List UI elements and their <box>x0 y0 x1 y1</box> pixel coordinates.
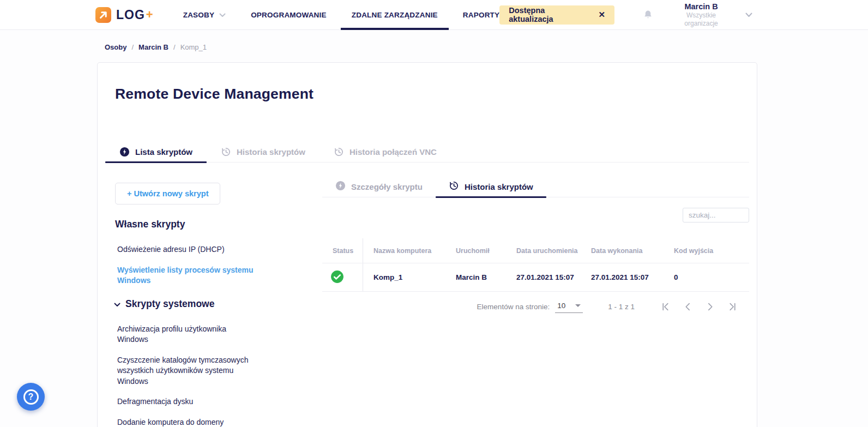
select-arrow-icon <box>575 304 581 307</box>
table-header-row: Status Nazwa komputera Uruchomił Data ur… <box>322 238 749 263</box>
nav-item-label: RAPORTY <box>463 11 499 19</box>
tab-szczegoly-skryptu[interactable]: Szczegóły skryptu <box>322 176 436 197</box>
script-item[interactable]: Defragmentacja dysku <box>117 396 258 407</box>
page-title: Remote Device Management <box>115 86 757 103</box>
nav-item-label: ZASOBY <box>183 11 214 19</box>
own-scripts-heading: Własne skrypty <box>115 219 258 230</box>
first-page-icon[interactable] <box>661 302 670 311</box>
system-scripts-heading[interactable]: Skrypty systemowe <box>114 298 258 310</box>
main-nav: ZASOBY OPROGRAMOWANIE ZDALNE ZARZĄDZANIE… <box>183 0 500 30</box>
script-bolt-icon <box>335 181 346 193</box>
update-banner-text: Dostępna aktualizacja <box>509 6 583 23</box>
nav-item-zdalne-zarzadzanie[interactable]: ZDALNE ZARZĄDZANIE <box>352 0 438 30</box>
script-item-selected[interactable]: Wyświetlenie listy procesów systemu Wind… <box>117 265 258 286</box>
breadcrumb-current: Komp_1 <box>180 43 207 51</box>
computer-cell: Komp_1 <box>363 273 445 281</box>
chevron-down-icon <box>114 298 120 310</box>
scripts-panel: + Utwórz nowy skrypt Własne skrypty Odśw… <box>115 183 258 427</box>
app-logo[interactable]: LOG + <box>95 7 153 23</box>
column-computer: Nazwa komputera <box>363 247 445 255</box>
items-per-page-label: Elementów na stronie: <box>477 303 550 311</box>
column-ran-by: Uruchomił <box>445 247 506 255</box>
help-button[interactable]: ? <box>17 383 45 411</box>
column-exec-date: Data wykonania <box>581 247 664 255</box>
ran-by-cell: Marcin B <box>445 273 506 281</box>
chevron-down-icon <box>219 11 226 19</box>
script-item[interactable]: Czyszczenie katalogów tymczasowych wszys… <box>117 355 258 387</box>
last-page-icon[interactable] <box>728 302 737 311</box>
script-item[interactable]: Dodanie komputera do domeny <box>117 417 258 427</box>
user-menu[interactable]: Marcin B Wszystkie organizacje <box>671 2 731 28</box>
user-name: Marcin B <box>671 2 731 11</box>
items-per-page-select[interactable]: 10 <box>555 300 583 313</box>
tab-label: Lista skryptów <box>135 147 192 157</box>
history-clock-icon <box>334 147 344 157</box>
start-date-cell: 27.01.2021 15:07 <box>506 273 581 281</box>
main-card: Remote Device Management Lista skryptów … <box>97 62 757 427</box>
success-check-icon <box>330 270 344 285</box>
nav-item-zasoby[interactable]: ZASOBY <box>183 0 226 30</box>
breadcrumb: Osoby / Marcin B / Komp_1 <box>105 43 868 51</box>
nav-item-label: OPROGRAMOWANIE <box>251 11 327 19</box>
next-page-icon[interactable] <box>706 302 715 311</box>
breadcrumb-osoby[interactable]: Osoby <box>105 43 126 51</box>
search-row <box>322 197 749 238</box>
tab-label: Historia skryptów <box>465 182 533 191</box>
content-area: + Utwórz nowy skrypt Własne skrypty Odśw… <box>98 183 757 427</box>
script-bolt-icon <box>119 147 130 157</box>
logo-text: LOG <box>116 8 145 22</box>
detail-tabs: Szczegóły skryptu Historia skryptów <box>322 176 749 197</box>
system-scripts-heading-label: Skrypty systemowe <box>125 298 214 310</box>
notifications-bell-icon[interactable] <box>643 9 653 20</box>
column-exit-code: Kod wyjścia <box>664 247 749 255</box>
script-detail-panel: Szczegóły skryptu Historia skryptów Stat… <box>322 176 749 427</box>
tab-label: Historia skryptów <box>237 147 305 157</box>
tab-label: Szczegóły skryptu <box>351 182 423 191</box>
nav-item-raporty[interactable]: RAPORTY <box>463 0 499 30</box>
search-input[interactable] <box>683 208 749 222</box>
tab-label: Historia połączeń VNC <box>349 147 437 157</box>
breadcrumb-separator: / <box>131 43 134 51</box>
nav-item-oprogramowanie[interactable]: OPROGRAMOWANIE <box>251 0 327 30</box>
column-start-date: Data uruchomienia <box>506 247 581 255</box>
items-per-page-value: 10 <box>557 302 565 310</box>
logo-arrow-icon <box>95 7 111 23</box>
pagination: Elementów na stronie: 10 1 - 1 z 1 <box>322 298 749 315</box>
update-banner[interactable]: Dostępna aktualizacja ✕ <box>499 5 614 25</box>
tab-historia-skryptow[interactable]: Historia skryptów <box>207 142 320 162</box>
breadcrumb-separator: / <box>173 43 176 51</box>
top-bar: LOG + ZASOBY OPROGRAMOWANIE ZDALNE ZARZĄ… <box>0 0 868 30</box>
history-clock-icon <box>449 181 459 193</box>
logo-plus: + <box>146 8 153 22</box>
previous-page-icon[interactable] <box>683 302 692 311</box>
tab-historia-polaczen-vnc[interactable]: Historia połączeń VNC <box>320 142 451 162</box>
pager-buttons <box>661 302 737 311</box>
breadcrumb-marcin-b[interactable]: Marcin B <box>138 43 168 51</box>
create-script-button[interactable]: + Utwórz nowy skrypt <box>115 183 220 205</box>
own-scripts-heading-label: Własne skrypty <box>115 219 185 230</box>
exec-date-cell: 27.01.2021 15:07 <box>581 273 664 281</box>
script-item[interactable]: Odświeżenie adresu IP (DHCP) <box>117 244 258 255</box>
tab-lista-skryptow[interactable]: Lista skryptów <box>105 142 207 162</box>
nav-item-label: ZDALNE ZARZĄDZANIE <box>352 11 438 19</box>
script-item[interactable]: Archiwizacja profilu użytkownika Windows <box>117 324 258 345</box>
exit-code-cell: 0 <box>664 273 749 281</box>
main-tabs: Lista skryptów Historia skryptów Histori… <box>105 142 749 163</box>
column-status: Status <box>322 238 363 263</box>
history-table: Status Nazwa komputera Uruchomił Data ur… <box>322 238 749 292</box>
table-row[interactable]: Komp_1 Marcin B 27.01.2021 15:07 27.01.2… <box>322 263 749 292</box>
status-cell <box>322 263 363 291</box>
pagination-range: 1 - 1 z 1 <box>608 303 635 311</box>
question-mark-icon: ? <box>23 389 39 405</box>
close-icon[interactable]: ✕ <box>599 10 606 20</box>
tab-historia-skryptow-detail[interactable]: Historia skryptów <box>436 176 546 197</box>
user-menu-chevron-icon[interactable] <box>745 13 752 17</box>
user-organization: Wszystkie organizacje <box>671 11 731 28</box>
history-clock-icon <box>221 147 231 157</box>
system-scripts-list: Archiwizacja profilu użytkownika Windows… <box>115 324 258 427</box>
own-scripts-list: Odświeżenie adresu IP (DHCP) Wyświetleni… <box>115 244 258 286</box>
